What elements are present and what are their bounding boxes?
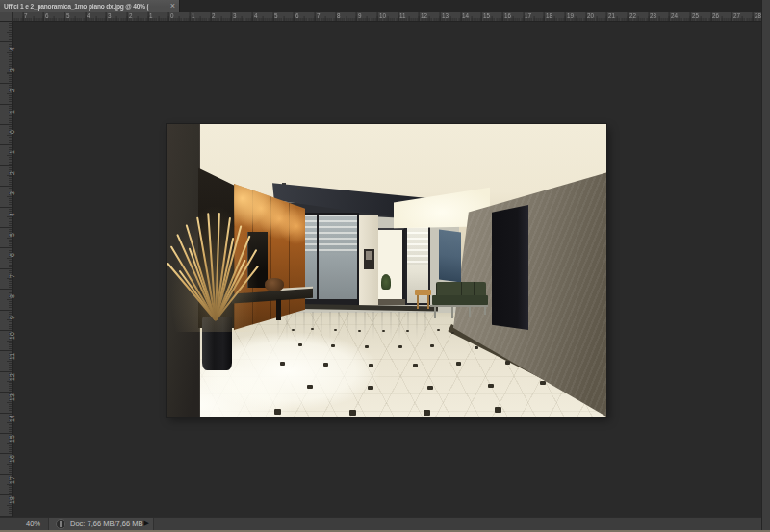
document-tab[interactable]: Uffici 1 e 2_panoramica_1mo piano dx.jpg… [0, 0, 180, 12]
h-ruler-label: 25 [692, 13, 699, 19]
h-ruler-label: 0 [170, 13, 174, 19]
side-table [415, 290, 431, 295]
h-ruler-label: 6 [45, 13, 49, 19]
h-ruler-label: 6 [295, 13, 299, 19]
h-ruler-label: 2 [129, 13, 133, 19]
h-ruler-label: 19 [567, 13, 574, 19]
document-tab-title: Uffici 1 e 2_panoramica_1mo piano dx.jpg… [4, 2, 148, 11]
h-ruler-label: 14 [462, 13, 469, 19]
h-ruler-label: 27 [733, 13, 740, 19]
ceiling-spot [297, 187, 301, 189]
h-ruler-label: 20 [587, 13, 594, 19]
dark-doorway [492, 205, 528, 330]
sofa-leg [451, 307, 453, 318]
horizontal-ruler[interactable]: 7654321012345678910111213141516171819202… [0, 12, 761, 22]
h-ruler-label: 1 [192, 13, 195, 19]
floor-accent-tile [540, 381, 546, 385]
floor-accent-tile [280, 362, 285, 366]
h-ruler-label: 17 [525, 13, 531, 19]
zoom-level-field[interactable]: 40% [26, 519, 40, 528]
floor-accent-tile [365, 345, 369, 348]
floor-accent-tile [505, 361, 510, 365]
sofa-leg [469, 306, 471, 317]
h-ruler-label: 18 [546, 13, 552, 19]
tab-bar: Uffici 1 e 2_panoramica_1mo piano dx.jpg… [0, 0, 770, 12]
floor-accent-tile [368, 386, 373, 390]
floor-accent-tile [369, 364, 373, 367]
h-ruler-label: 21 [608, 13, 615, 19]
ceiling-spot [282, 183, 286, 185]
h-ruler-label: 24 [671, 13, 678, 19]
h-ruler-label: 5 [274, 13, 278, 19]
sofa-leg [434, 307, 436, 318]
h-ruler-label: 3 [108, 13, 112, 19]
h-ruler-label: 7 [24, 13, 28, 19]
vertical-ruler[interactable] [0, 21, 13, 517]
floor-accent-tile [274, 409, 281, 415]
status-menu-arrow-icon[interactable]: ▶ [144, 519, 149, 527]
floor-accent-tile [488, 384, 494, 388]
floor-accent-tile [424, 410, 430, 416]
floor-accent-tile [451, 332, 454, 334]
floor-accent-tile [398, 345, 402, 348]
floor-accent-tile [475, 346, 478, 349]
ruler-origin-corner[interactable] [0, 12, 13, 22]
h-ruler-label: 10 [379, 13, 386, 19]
h-ruler-label: 12 [421, 13, 427, 19]
document-status-icon [56, 519, 65, 529]
floor-accent-tile [413, 364, 418, 367]
status-bar: 40% Doc: 7,66 MB/7,66 MB ▶ [0, 517, 761, 531]
glass-door-mullion [317, 215, 319, 307]
h-ruler-label: 7 [317, 13, 321, 19]
floor-accent-tile [495, 407, 501, 413]
h-ruler-label: 16 [504, 13, 511, 19]
h-ruler-label: 15 [483, 13, 490, 19]
h-ruler-label: 9 [358, 13, 362, 19]
floor-accent-tile [349, 410, 356, 416]
floor-accent-tile [323, 363, 328, 367]
floor-accent-tile [456, 362, 461, 366]
bright-doorway [378, 228, 405, 305]
sofa-seat [432, 295, 488, 305]
document-photo[interactable] [167, 124, 606, 417]
doc-info-field[interactable]: Doc: 7,66 MB/7,66 MB ▶ [48, 518, 154, 531]
right-edge-strip [761, 0, 770, 532]
h-ruler-label: 23 [650, 13, 656, 19]
floor-reflections [277, 312, 431, 339]
h-ruler-label: 28 [755, 13, 761, 19]
floor-accent-tile [427, 386, 433, 390]
ruler-major-ticks [0, 21, 12, 517]
bench-leg [276, 299, 281, 320]
h-ruler-label: 26 [712, 13, 719, 19]
h-ruler-label: 5 [66, 13, 70, 19]
floor-accent-tile [437, 329, 440, 331]
sofa-leg [484, 305, 486, 315]
h-ruler-label: 3 [233, 13, 237, 19]
floor-accent-tile [307, 385, 313, 389]
h-ruler-label: 8 [337, 13, 341, 19]
h-ruler-label: 22 [629, 13, 636, 19]
horizontal-ruler-labels: 7654321012345678910111213141516171819202… [0, 12, 761, 21]
floor-accent-tile [430, 344, 434, 347]
bench-sculpture [265, 278, 284, 291]
tab-close-icon[interactable]: × [170, 1, 175, 11]
floor-accent-tile [298, 343, 302, 346]
blue-wall-panel [439, 229, 461, 282]
h-ruler-label: 4 [254, 13, 258, 19]
dried-grass-plant [178, 213, 251, 324]
small-wall-picture [364, 249, 374, 269]
h-ruler-label: 13 [442, 13, 449, 19]
doorway-step [378, 299, 405, 305]
floor-accent-tile [331, 344, 335, 347]
h-ruler-label: 1 [149, 13, 153, 19]
small-plant [381, 274, 391, 290]
doc-size-text: Doc: 7,66 MB/7,66 MB [70, 519, 142, 528]
h-ruler-label: 2 [212, 13, 216, 19]
sofa-frame [430, 305, 488, 307]
h-ruler-label: 11 [399, 13, 406, 19]
h-ruler-label: 4 [87, 13, 90, 19]
